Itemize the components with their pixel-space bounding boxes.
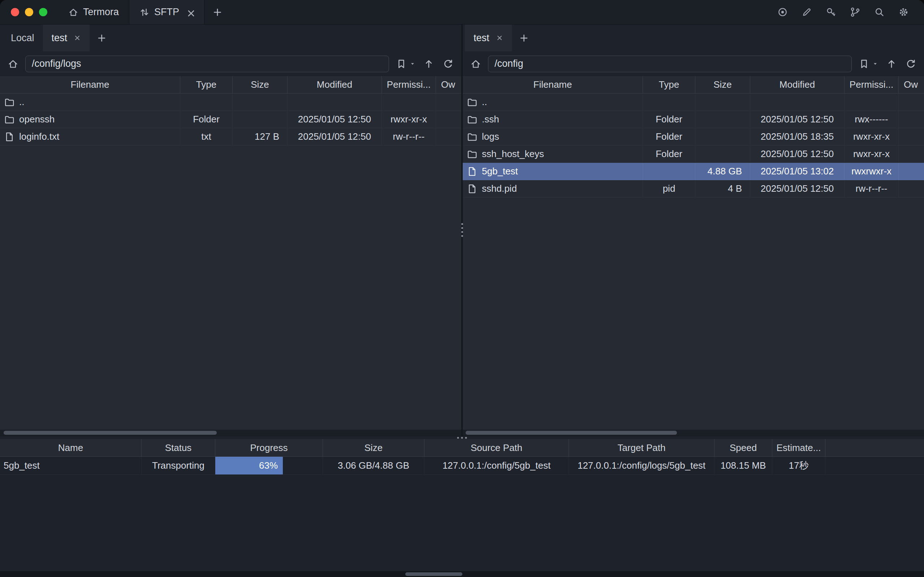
tab-test-right[interactable]: test [465, 24, 512, 51]
file-modified [750, 93, 845, 111]
column-header-size[interactable]: Size [323, 439, 424, 456]
file-modified: 2025/01/05 18:35 [750, 128, 845, 145]
table-row-selected[interactable]: 5gb_test 4.88 GB 2025/01/05 13:02 rwxrwx… [463, 163, 924, 180]
column-header-owner[interactable]: Ow [899, 76, 924, 93]
search-icon[interactable] [874, 7, 885, 17]
minimize-window-button[interactable] [25, 8, 33, 16]
record-icon[interactable] [777, 7, 788, 17]
column-header-modified[interactable]: Modified [287, 76, 382, 93]
column-header-permissions[interactable]: Permissi... [382, 76, 436, 93]
table-row[interactable]: sshd.pid pid 4 B 2025/01/05 12:50 rw-r--… [463, 180, 924, 198]
right-refresh-button[interactable] [904, 56, 918, 72]
right-table-header: Filename Type Size Modified Permissi... … [463, 76, 924, 93]
right-up-directory-button[interactable] [884, 56, 899, 72]
left-up-directory-button[interactable] [421, 56, 436, 72]
splitter-grip-icon [457, 437, 467, 439]
refresh-icon [906, 58, 916, 69]
folder-icon [467, 97, 477, 107]
pane-splitter[interactable] [461, 24, 463, 436]
file-modified [287, 93, 382, 111]
table-row[interactable]: .. [463, 93, 924, 111]
file-permissions: rwxrwxr-x [845, 163, 899, 180]
tab-local[interactable]: Local [2, 24, 43, 51]
tab-test-left[interactable]: test [43, 24, 90, 51]
edit-icon[interactable] [801, 7, 812, 17]
tab-test-label: test [52, 32, 68, 44]
column-header-blank [826, 439, 924, 456]
left-bookmark-control [394, 56, 416, 72]
new-tab-button[interactable] [205, 0, 231, 24]
table-row[interactable]: logs Folder 2025/01/05 18:35 rwxr-xr-x [463, 128, 924, 145]
table-row[interactable]: .ssh Folder 2025/01/05 12:50 rwx------ [463, 111, 924, 128]
table-row[interactable]: ssh_host_keys Folder 2025/01/05 12:50 rw… [463, 145, 924, 163]
transfer-panel: Name Status Progress Size Source Path Ta… [0, 439, 924, 571]
column-header-filename[interactable]: Filename [0, 76, 180, 93]
left-home-button[interactable] [6, 56, 20, 72]
column-header-type[interactable]: Type [180, 76, 233, 93]
column-header-modified[interactable]: Modified [750, 76, 845, 93]
progress-bar: 63% [215, 457, 283, 474]
right-home-button[interactable] [469, 56, 483, 72]
h-scrollbar-thumb[interactable] [3, 431, 217, 435]
file-name: .. [19, 97, 24, 108]
folder-icon [467, 114, 477, 124]
left-refresh-button[interactable] [441, 56, 455, 72]
close-icon[interactable] [74, 34, 81, 42]
file-size [695, 128, 750, 145]
file-modified: 2025/01/05 12:50 [750, 111, 845, 128]
left-path-input[interactable] [25, 56, 389, 72]
bookmark-dropdown-caret-icon[interactable] [408, 56, 416, 72]
right-path-input[interactable] [488, 56, 852, 72]
right-new-tab-button[interactable] [512, 24, 536, 51]
h-scrollbar-thumb[interactable] [405, 572, 462, 576]
app-window: Termora SFTP Local te [0, 0, 924, 577]
tab-termora[interactable]: Termora [58, 0, 129, 24]
left-pathbar [0, 51, 461, 76]
bookmark-dropdown-caret-icon[interactable] [871, 56, 879, 72]
key-icon[interactable] [826, 7, 836, 17]
column-header-status[interactable]: Status [142, 439, 215, 456]
file-type: Folder [180, 111, 233, 128]
file-permissions: rwxr-xr-x [845, 128, 899, 145]
table-row[interactable]: loginfo.txt txt 127 B 2025/01/05 12:50 r… [0, 128, 461, 145]
column-header-size[interactable]: Size [695, 76, 750, 93]
column-header-type[interactable]: Type [643, 76, 695, 93]
tab-sftp[interactable]: SFTP [129, 0, 205, 24]
tab-local-label: Local [11, 32, 34, 44]
bookmark-icon[interactable] [857, 56, 871, 72]
plus-icon [519, 33, 529, 43]
zoom-window-button[interactable] [39, 8, 47, 16]
column-header-source-path[interactable]: Source Path [424, 439, 569, 456]
column-header-size[interactable]: Size [233, 76, 287, 93]
transfer-progress-cell: 63% [215, 457, 323, 474]
transfer-row[interactable]: 5gb_test Transporting 63% 3.06 GB/4.88 G… [0, 457, 924, 475]
local-pane: Local test [0, 24, 461, 436]
branch-icon[interactable] [850, 7, 860, 17]
column-header-name[interactable]: Name [0, 439, 142, 456]
table-row[interactable]: openssh Folder 2025/01/05 12:50 rwxr-xr-… [0, 111, 461, 128]
close-window-button[interactable] [11, 8, 19, 16]
transfer-panel-empty [0, 475, 924, 571]
close-icon[interactable] [186, 8, 194, 16]
column-header-estimate[interactable]: Estimate... [772, 439, 826, 456]
column-header-permissions[interactable]: Permissi... [845, 76, 899, 93]
column-header-target-path[interactable]: Target Path [569, 439, 714, 456]
column-header-filename[interactable]: Filename [463, 76, 643, 93]
transfer-splitter[interactable] [0, 436, 924, 439]
h-scrollbar-thumb[interactable] [466, 431, 677, 435]
column-header-owner[interactable]: Ow [436, 76, 461, 93]
column-header-progress[interactable]: Progress [215, 439, 323, 456]
titlebar-actions [777, 0, 924, 24]
close-icon[interactable] [496, 34, 503, 42]
settings-gear-icon[interactable] [898, 7, 909, 17]
table-row[interactable]: .. [0, 93, 461, 111]
column-header-speed[interactable]: Speed [714, 439, 772, 456]
left-new-tab-button[interactable] [90, 24, 114, 51]
bookmark-icon[interactable] [394, 56, 408, 72]
arrow-up-icon [886, 58, 897, 69]
file-size [695, 145, 750, 163]
splitter-grip-icon [460, 223, 464, 237]
right-bookmark-control [857, 56, 879, 72]
folder-icon [4, 97, 15, 107]
file-permissions [382, 93, 436, 111]
